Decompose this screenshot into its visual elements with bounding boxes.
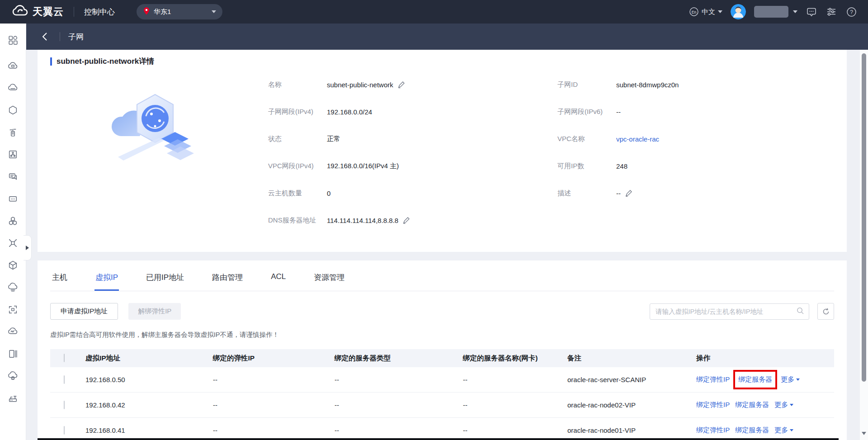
tab-resource-management[interactable]: 资源管理	[313, 272, 345, 291]
panel-columns-icon	[8, 349, 18, 359]
region-caret-icon	[212, 10, 216, 15]
host-count-value: 0	[327, 189, 330, 197]
virtual-ip-table: 虚拟IP地址 绑定的弹性IP 绑定的服务器类型 绑定的服务器名称(网卡) 备注 …	[50, 349, 834, 440]
edit-dns-icon[interactable]	[403, 217, 410, 224]
sidebar-item-cube[interactable]	[0, 254, 26, 276]
bind-eip-link[interactable]: 绑定弹性IP	[696, 426, 730, 435]
unbind-eip-button[interactable]: 解绑弹性IP	[128, 303, 181, 320]
bind-eip-link[interactable]: 绑定弹性IP	[696, 375, 730, 384]
tab-acl[interactable]: ACL	[270, 272, 287, 291]
col-operations: 操作	[696, 354, 834, 363]
card-dots-icon	[8, 194, 18, 204]
bind-server-link[interactable]: 绑定服务器	[738, 375, 772, 384]
vpc-name-link[interactable]: vpc-oracle-rac	[616, 135, 659, 143]
user-menu-caret-icon[interactable]	[793, 10, 797, 15]
status-value: 正常	[327, 135, 340, 143]
col-remark: 备注	[567, 354, 696, 363]
sidebar-item-hexagon[interactable]	[0, 99, 26, 121]
tab-route-management[interactable]: 路由管理	[211, 272, 244, 291]
select-all-checkbox[interactable]	[64, 354, 65, 362]
row-checkbox[interactable]	[64, 375, 65, 384]
refresh-button[interactable]	[817, 303, 834, 320]
server-name-value: --	[463, 426, 567, 434]
sidebar-item-router[interactable]	[0, 387, 26, 409]
tab-virtual-ip[interactable]: 虚拟IP	[94, 272, 119, 291]
region-pin-icon	[143, 7, 150, 17]
svg-text:En: En	[692, 10, 697, 14]
settings-sliders-icon[interactable]	[826, 6, 837, 18]
sidebar-item-hexagon-cluster[interactable]	[0, 210, 26, 232]
more-link[interactable]: 更多	[774, 426, 793, 435]
scrollbar-down-arrow-icon[interactable]	[862, 432, 866, 437]
sidebar-item-grid-puzzle[interactable]	[0, 298, 26, 321]
row-checkbox[interactable]	[64, 426, 65, 435]
subnet-cidr-ipv6-value: --	[616, 108, 621, 116]
router-icon	[8, 393, 18, 403]
detail-title: subnet-public-network详情	[57, 56, 154, 66]
detail-right-column: 子网ID subnet-8dmwp9cz0n 子网网段(IPv6) -- VPC…	[557, 71, 834, 234]
language-selector[interactable]: En 中文	[689, 7, 722, 17]
svg-text:?: ?	[850, 9, 853, 15]
hexagon-cluster-icon	[8, 216, 18, 226]
col-virtual-ip: 虚拟IP地址	[85, 354, 213, 363]
bound-eip-value: --	[213, 401, 335, 409]
refresh-icon	[822, 308, 830, 316]
sidebar-item-card-dots[interactable]	[0, 188, 26, 210]
sidebar-item-server-rack[interactable]	[0, 121, 26, 143]
more-caret-icon	[790, 404, 793, 408]
more-link[interactable]: 更多	[781, 375, 800, 384]
search-icon[interactable]	[796, 307, 804, 317]
scrollbar-thumb[interactable]	[862, 53, 866, 382]
sidebar-expand-toggle[interactable]	[24, 235, 32, 260]
apply-virtual-ip-button[interactable]: 申请虚拟IP地址	[50, 303, 118, 320]
bind-server-link[interactable]: 绑定服务器	[735, 426, 769, 435]
field-label: DNS服务器地址	[268, 216, 327, 225]
bind-eip-link[interactable]: 绑定弹性IP	[696, 401, 730, 409]
sidebar-item-cloud-host[interactable]	[0, 55, 26, 77]
more-link[interactable]: 更多	[774, 401, 793, 409]
apps-grid-icon	[8, 35, 18, 45]
sidebar-item-network-hub[interactable]	[0, 232, 26, 254]
table-row: 192.168.0.42 -- -- -- oracle-rac-node02-…	[50, 393, 834, 418]
region-selector[interactable]: 华东1	[137, 4, 222, 19]
sidebar-item-apps-grid[interactable]	[0, 29, 26, 51]
sidebar-item-chat[interactable]	[0, 166, 26, 188]
sidebar-item-cloud[interactable]	[0, 77, 26, 99]
field-label: 子网ID	[557, 80, 616, 89]
edit-name-icon[interactable]	[398, 81, 405, 88]
row-checkbox[interactable]	[64, 401, 65, 409]
sidebar-item-cloud-monitor[interactable]	[0, 321, 26, 343]
table-row: 192.168.0.41 -- -- -- oracle-rac-node01-…	[50, 418, 834, 440]
cloud-layers-icon	[8, 282, 18, 293]
help-icon[interactable]: ?	[845, 6, 857, 18]
description-value: --	[616, 189, 621, 197]
bind-server-link[interactable]: 绑定服务器	[735, 401, 769, 409]
cloud-host-icon	[8, 61, 18, 71]
feedback-chat-icon[interactable]	[806, 6, 817, 18]
server-type-value: --	[335, 376, 463, 383]
console-center-link[interactable]: 控制中心	[84, 7, 115, 17]
search-input[interactable]	[656, 308, 796, 315]
remark-value: oracle-rac-node02-VIP	[567, 401, 696, 409]
viewport-bottom-edge	[38, 438, 839, 440]
remark-value: oracle-rac-server-SCANIP	[567, 376, 696, 383]
tab-hosts[interactable]: 主机	[51, 272, 68, 291]
back-button[interactable]	[38, 30, 52, 43]
virtual-ip-panel: 主机 虚拟IP 已用IP地址 路由管理 ACL 资源管理 申请虚拟IP地址 解绑…	[38, 260, 847, 440]
tab-used-ip[interactable]: 已用IP地址	[145, 272, 185, 291]
username-redacted[interactable]	[754, 6, 788, 18]
avatar[interactable]	[731, 4, 746, 19]
sidebar-item-org-chart[interactable]	[0, 143, 26, 166]
virtual-ip-value: 192.168.0.50	[85, 376, 213, 383]
available-ip-count-value: 248	[616, 162, 627, 170]
sidebar-item-panel-columns[interactable]	[0, 343, 26, 365]
subnet-id-value: subnet-8dmwp9cz0n	[616, 81, 679, 89]
brand[interactable]: 天翼云	[11, 4, 64, 19]
sidebar-item-cloud-gear[interactable]	[0, 365, 26, 387]
field-label: 子网网段(IPv4)	[268, 108, 327, 116]
field-label: 子网网段(IPv6)	[557, 108, 616, 116]
edit-description-icon[interactable]	[625, 190, 632, 197]
field-label: 名称	[268, 80, 327, 89]
expand-arrow-icon	[26, 246, 31, 250]
sidebar-item-cloud-layers[interactable]	[0, 276, 26, 298]
